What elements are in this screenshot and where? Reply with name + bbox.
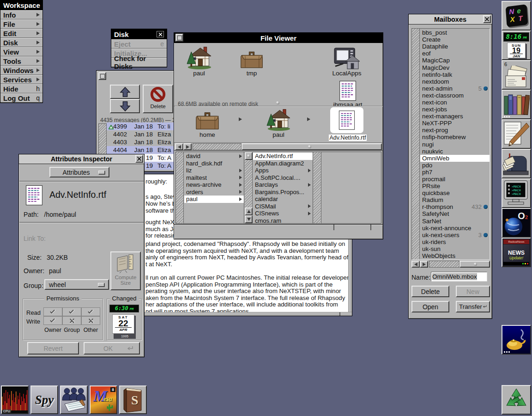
mailbox-item-ph7[interactable]: ph7 xyxy=(420,169,490,176)
browser-item-apps[interactable]: Apps xyxy=(253,167,313,174)
mailbox-item-omniweb[interactable]: OmniWeb xyxy=(420,155,490,162)
menu-item-file[interactable]: File xyxy=(0,19,42,29)
message-row[interactable]: 4404Jan 18Eliza xyxy=(107,146,175,154)
mailbox-item-next-ppp[interactable]: NeXT-PPP xyxy=(420,120,490,127)
dock-tile-mesa[interactable]: M esa II xyxy=(90,385,117,414)
file-icon-ibmsaa[interactable]: ibmsaa.art xyxy=(329,80,366,108)
mailbox-hscrollbar[interactable] xyxy=(411,261,490,269)
dock-tile-clock[interactable]: 8:16PM SUN 19 JAN xyxy=(502,31,531,60)
permission-check-checkbox[interactable] xyxy=(43,307,62,316)
permission-check-checkbox[interactable] xyxy=(43,316,62,325)
dock-tile-spy[interactable]: Spy xyxy=(30,385,58,414)
scrollbar-track[interactable] xyxy=(429,261,459,268)
dock-tile-edit[interactable] xyxy=(502,119,531,149)
mailbox-item-procmail[interactable]: procmail xyxy=(420,176,490,183)
menu-item-check-for-disks[interactable]: Check for Disks xyxy=(111,58,167,67)
mail-up-button[interactable] xyxy=(110,85,140,99)
mailbox-item-eof[interactable]: eof xyxy=(420,50,490,57)
scrollbar-track[interactable] xyxy=(193,143,242,150)
mailboxes-titlebar[interactable]: Mailboxes xyxy=(409,14,492,24)
menu-item-tools[interactable]: Tools xyxy=(0,56,42,66)
column-scrollbar[interactable] xyxy=(176,152,184,223)
mailbox-item-next-jobs[interactable]: next-jobs xyxy=(420,106,490,113)
browser-item-david[interactable]: david xyxy=(184,153,244,160)
open-button[interactable]: Open xyxy=(411,301,449,312)
permission-cross-checkbox[interactable] xyxy=(62,316,81,325)
list-scrollbar[interactable] xyxy=(412,29,420,259)
delete-button[interactable]: Delete xyxy=(411,286,449,297)
mailbox-item-nextdoom[interactable]: nextdoom xyxy=(420,78,490,85)
permission-check-checkbox[interactable] xyxy=(81,307,100,316)
browser-item-liz[interactable]: liz xyxy=(184,167,244,174)
mail-down-button[interactable] xyxy=(110,99,140,113)
mailbox-item-webobjects[interactable]: WebObjects xyxy=(420,252,490,259)
shelf-hscrollbar[interactable] xyxy=(174,143,383,151)
browser-item-cismail[interactable]: CISMail xyxy=(253,203,313,210)
column-scrollbar[interactable] xyxy=(314,152,321,223)
menu-item-log-out[interactable]: Log Outq xyxy=(0,93,42,103)
browser-item-news-archive[interactable]: news-archive xyxy=(184,181,244,189)
scroll-right-button[interactable] xyxy=(420,261,428,268)
dock-tile-newsgrazer[interactable] xyxy=(502,149,531,178)
scroll-left-button[interactable] xyxy=(175,143,183,150)
mailbox-item-nsfip-homebrew[interactable]: nsfip-homebrew xyxy=(420,134,490,141)
mailbox-item-netinfo-talk[interactable]: netinfo-talk xyxy=(420,71,490,78)
browser-item-adv-netinfo-rtf[interactable]: Adv.NetInfo.rtf xyxy=(253,153,313,160)
mailbox-item-next-prog[interactable]: next-prog xyxy=(420,127,490,134)
menu-title[interactable]: Disk xyxy=(111,29,167,39)
miniaturize-button[interactable] xyxy=(98,72,106,80)
mailbox-item-bbs-post[interactable]: bbs_post xyxy=(420,29,490,36)
mailbox-item-next-classroom[interactable]: next-classroom xyxy=(420,92,490,99)
dock-tile-next-logo[interactable]: N e X T xyxy=(502,1,531,31)
revert-button[interactable]: Revert xyxy=(27,342,79,355)
scroll-up-button[interactable] xyxy=(245,208,253,215)
scroll-down-button[interactable] xyxy=(245,215,253,223)
menu-item-view[interactable]: View xyxy=(0,47,42,56)
mailbox-item-next-icon[interactable]: next-icon xyxy=(420,99,490,106)
close-button[interactable] xyxy=(483,15,491,23)
browser-item-calendar[interactable]: calendar xyxy=(253,196,313,203)
dock-tile-omniweb[interactable]: O2 xyxy=(502,208,531,238)
dock-tile-mail[interactable]: 6 xyxy=(502,60,531,90)
dock-tile-genie[interactable] xyxy=(502,325,531,355)
miniaturize-button[interactable] xyxy=(175,34,183,42)
permission-check-checkbox[interactable] xyxy=(62,307,81,316)
mailbox-item-create[interactable]: Create xyxy=(420,36,490,43)
file-icon-tmp[interactable]: tmp xyxy=(233,46,270,77)
mailbox-item-uk-sun[interactable]: uk-sun xyxy=(420,245,490,252)
browser-item-a-softpc-local-[interactable]: A.SoftPC.local.... xyxy=(253,174,313,182)
mail-delete-button[interactable]: Delete xyxy=(143,85,173,113)
dock-tile-librarian[interactable] xyxy=(502,90,531,119)
dock-tile-recycler[interactable] xyxy=(502,385,531,415)
browser-item-paul[interactable]: paul xyxy=(184,196,244,203)
dock-tile-meeting[interactable] xyxy=(60,385,88,414)
message-row[interactable]: 4403Jan 18Eliza xyxy=(107,138,175,146)
resize-bar[interactable] xyxy=(174,224,383,230)
message-row[interactable]: 4399Jan 18To: li xyxy=(107,122,175,130)
message-row[interactable]: 4402Jan 18Eliza xyxy=(107,130,175,138)
menu-item-hide[interactable]: Hideh xyxy=(0,84,42,93)
dock-tile-terminal[interactable]: >MACH>MACH>MACH xyxy=(502,178,531,208)
browser-item-barclays[interactable]: Barclays xyxy=(253,181,313,189)
dock-tile-stuffit[interactable]: S xyxy=(119,385,147,414)
inspector-titlebar[interactable]: Attributes Inspector xyxy=(19,154,144,164)
browser-item-bargains-propos-[interactable]: Bargains.Propos... xyxy=(253,189,313,196)
mailbox-item-uk-riders[interactable]: uk-riders xyxy=(420,239,490,245)
dock-tile-news[interactable]: RadicalNews NEWS Update! xyxy=(502,238,531,267)
mailbox-item-magiccap[interactable]: MagicCap xyxy=(420,57,490,64)
mailbox-item-quickbase[interactable]: quickbase xyxy=(420,190,490,196)
menu-item-info[interactable]: Info xyxy=(0,10,42,19)
file-icon-paul[interactable]: paul xyxy=(181,46,218,77)
name-field[interactable]: OmniWeb.mbox xyxy=(431,272,487,281)
attributes-popup[interactable]: Attributes xyxy=(49,167,109,177)
transfer-button[interactable]: Transfer xyxy=(456,301,490,312)
mailbox-item-r-thompson[interactable]: r-thompson432 xyxy=(420,203,490,210)
browser-item-mailtest[interactable]: mailtest xyxy=(184,174,244,182)
mailbox-item-nuukvic[interactable]: nuukvic xyxy=(420,148,490,155)
menu-item-eject[interactable]: Ejecte xyxy=(111,39,167,49)
mailbox-item-radium[interactable]: Radium xyxy=(420,196,490,203)
scrollbar-knob[interactable] xyxy=(242,143,382,150)
dock-tile-cpu-monitor[interactable]: CPU xyxy=(1,385,29,414)
shelf-item-home[interactable]: home xyxy=(189,108,226,138)
menu-item-windows[interactable]: Windows xyxy=(0,66,42,75)
